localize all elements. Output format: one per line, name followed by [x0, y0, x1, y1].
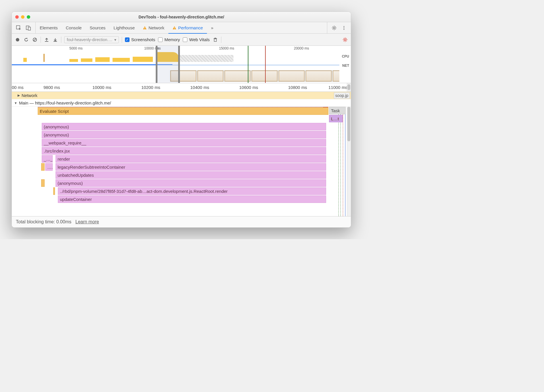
footer: Total blocking time: 0.00ms Learn more — [12, 216, 351, 227]
scrollbar[interactable] — [347, 83, 351, 92]
collapse-icon: ▼ — [14, 101, 17, 105]
overview-timeline[interactable]: 5000 ms 10000 ms ns 15000 ms 20000 ms CP… — [12, 46, 351, 83]
expand-icon: ▶ — [18, 94, 20, 97]
clear-button[interactable] — [32, 37, 38, 43]
divider — [122, 37, 122, 43]
frame-bar[interactable]: render — [56, 155, 326, 163]
bar-label: legacyRenderSubtreeIntoContainer — [58, 165, 125, 170]
reload-record-button[interactable] — [23, 37, 29, 43]
bar-label: updateContainer — [60, 197, 92, 202]
svg-line-13 — [34, 39, 36, 41]
memory-checkbox[interactable]: Memory — [158, 37, 180, 42]
frame-sliver[interactable] — [41, 163, 45, 171]
panel-tabbar: Elements Console Sources Lighthouse Netw… — [12, 22, 351, 34]
zoom-window-button[interactable] — [27, 15, 30, 19]
performance-toolbar: foul-heavenly-direction.… ▾ ✓ Screenshot… — [12, 34, 351, 46]
divider — [41, 37, 41, 43]
frame-bar[interactable]: updateContainer — [58, 195, 326, 203]
screenshots-checkbox[interactable]: ✓ Screenshots — [125, 37, 155, 42]
profile-select-label: foul-heavenly-direction.… — [67, 37, 113, 42]
screenshot-thumb[interactable] — [305, 70, 332, 82]
evaluate-script-bar[interactable]: Evaluate Script — [38, 107, 328, 115]
ruler-tick: 5000 ms — [69, 46, 83, 50]
screenshot-thumb[interactable] — [278, 70, 305, 82]
layout-bar[interactable]: L…t — [329, 115, 343, 122]
bar-label: …. — [47, 165, 53, 170]
tab-network[interactable]: Network — [139, 22, 168, 33]
frame-bar[interactable]: __webpack_require__ — [42, 139, 326, 146]
network-tail-item[interactable]: soop.jp — [334, 92, 350, 99]
scrollbar[interactable] — [347, 107, 351, 216]
screenshot-thumb[interactable] — [251, 70, 278, 82]
screenshot-thumb[interactable] — [224, 70, 251, 82]
profile-select[interactable]: foul-heavenly-direction.… ▾ — [64, 36, 119, 43]
bar-label: render — [58, 157, 70, 161]
svg-point-10 — [344, 29, 345, 30]
svg-point-8 — [344, 26, 345, 27]
svg-rect-6 — [174, 29, 174, 29]
checkbox-label: Web Vitals — [189, 37, 210, 42]
tab-lighthouse[interactable]: Lighthouse — [110, 22, 139, 33]
frame-sliver[interactable] — [41, 179, 45, 187]
net-label: NET — [342, 64, 349, 68]
svg-rect-4 — [144, 29, 145, 29]
tab-elements[interactable]: Elements — [36, 22, 62, 33]
svg-point-11 — [16, 38, 19, 41]
record-button[interactable] — [15, 37, 20, 43]
overview-selection-window[interactable] — [156, 46, 180, 83]
load-profile-icon[interactable] — [44, 37, 50, 43]
bar-label: _…_ — [44, 157, 53, 161]
bar-label: ../rbd/pnpm-volume/28d7f85f-31d7-4fd8-ab… — [60, 189, 228, 194]
tab-label: Console — [66, 25, 82, 30]
settings-icon[interactable] — [331, 25, 337, 31]
divider — [221, 37, 221, 43]
device-toggle-icon[interactable] — [26, 25, 31, 31]
svg-point-9 — [344, 27, 345, 28]
ruler-tick: 10200 ms — [141, 85, 160, 90]
flame-rows: ▶ Network soop.jp ▼ Main — https://foul-… — [12, 92, 351, 216]
main-group-header[interactable]: ▼ Main — https://foul-heavenly-direction… — [12, 99, 351, 107]
frame-bar[interactable]: …. — [45, 163, 53, 171]
task-bar[interactable]: Task — [329, 107, 346, 114]
gc-trash-icon[interactable] — [212, 37, 218, 43]
tab-console[interactable]: Console — [62, 22, 86, 33]
more-icon[interactable] — [341, 25, 347, 31]
tab-label: Sources — [90, 25, 106, 30]
chevron-down-icon: ▾ — [114, 37, 116, 42]
network-group-header[interactable]: ▶ Network soop.jp — [12, 92, 351, 99]
save-profile-icon[interactable] — [52, 37, 58, 43]
tab-performance[interactable]: Performance — [168, 22, 207, 33]
frame-bar[interactable]: legacyRenderSubtreeIntoContainer — [56, 163, 326, 171]
frame-sliver[interactable] — [53, 187, 55, 195]
tabs-overflow[interactable]: » — [207, 22, 217, 33]
bar-label: __webpack_require__ — [44, 140, 86, 145]
frame-bar[interactable]: (anonymous) — [42, 123, 326, 130]
close-window-button[interactable] — [15, 15, 19, 19]
flame-chart[interactable]: Task Task Evaluate Script L…t (anonymous… — [12, 107, 351, 216]
minimize-window-button[interactable] — [21, 15, 24, 19]
bar-label: L…t — [331, 116, 339, 121]
bar-label: (anonymous) — [44, 132, 69, 137]
frame-bar[interactable]: (anonymous) — [42, 131, 326, 138]
frame-bar[interactable]: (anonymous) — [56, 179, 326, 187]
screenshot-thumb[interactable] — [332, 70, 339, 82]
devtools-window: DevTools - foul-heavenly-direction.glitc… — [12, 12, 351, 228]
bar-label: unbatchedUpdates — [58, 173, 94, 178]
learn-more-link[interactable]: Learn more — [75, 219, 99, 224]
frame-bar[interactable]: _…_ — [42, 155, 53, 163]
frame-bar[interactable]: unbatchedUpdates — [56, 171, 326, 179]
ruler-tick: 20000 ms — [294, 46, 309, 50]
frame-bar[interactable]: ../rbd/pnpm-volume/28d7f85f-31d7-4fd8-ab… — [58, 187, 326, 195]
tab-sources[interactable]: Sources — [86, 22, 110, 33]
frame-bar[interactable]: ./src/index.jsx — [42, 147, 326, 155]
ruler-tick: 9800 ms — [43, 85, 60, 90]
web-vitals-checkbox[interactable]: Web Vitals — [183, 37, 210, 42]
screenshot-thumb[interactable] — [197, 70, 224, 82]
capture-settings-icon[interactable] — [342, 37, 348, 43]
inspect-element-icon[interactable] — [16, 25, 22, 31]
net-baseline — [12, 64, 172, 65]
checkbox-icon — [158, 37, 163, 42]
checkbox-icon — [183, 37, 187, 42]
cpu-label: CPU — [342, 54, 349, 58]
flame-ruler[interactable]: 00 ms 9800 ms 10000 ms 10200 ms 10400 ms… — [12, 83, 351, 92]
